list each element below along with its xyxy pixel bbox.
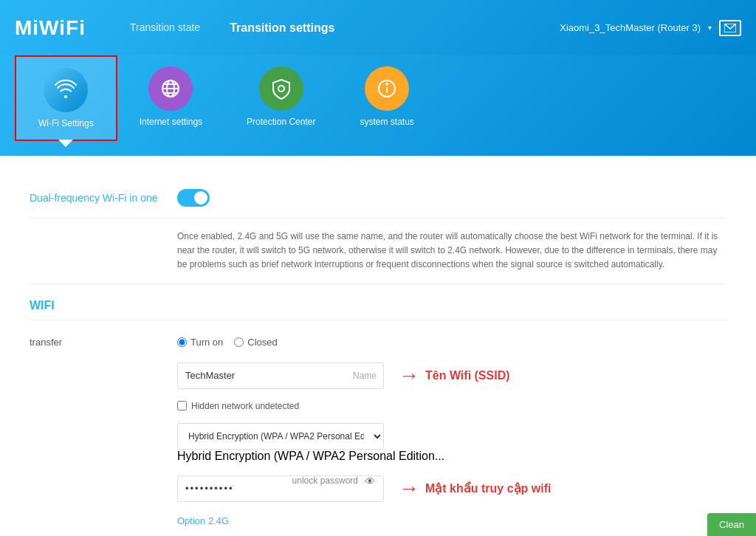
hidden-network-label: Hidden network undetected <box>191 401 299 411</box>
chevron-down-icon[interactable]: ▾ <box>708 24 712 32</box>
radio-on-label: Turn on <box>190 337 223 348</box>
info-circle-icon <box>365 66 409 111</box>
nav-protection-label: Protection Center <box>247 117 315 127</box>
radio-closed-label: Closed <box>247 337 277 348</box>
password-annotation-text: Mật khẩu truy cập wifi <box>425 481 551 495</box>
header-right: Xiaomi_3_TechMaster (Router 3) ▾ <box>560 20 741 36</box>
ssid-annotation: → Tên Wifi (SSID) <box>399 364 510 388</box>
wifi-section-title: WIFI <box>30 284 726 320</box>
dual-freq-label: Dual-frequency Wi-Fi in one <box>30 192 177 204</box>
encryption-option: Hybrid Encryption (WPA / WPA2 Personal E… <box>177 450 726 464</box>
password-input-wrapper: unlock password 👁 <box>177 475 384 502</box>
logo: MiWiFi <box>15 16 86 40</box>
ssid-input-group: Name <box>177 363 384 389</box>
main-content: Dual-frequency Wi-Fi in one Once enabled… <box>0 156 756 536</box>
nav-icon-wifi[interactable]: Wi-Fi Settings <box>15 55 117 141</box>
nav-icon-system[interactable]: system status <box>337 55 436 141</box>
nav-icon-internet[interactable]: Internet settings <box>117 55 224 141</box>
nav-icon-protection[interactable]: Protection Center <box>224 55 337 141</box>
hidden-network-checkbox[interactable] <box>177 401 187 410</box>
shield-circle-icon <box>259 66 303 111</box>
password-annotation: → Mật khẩu truy cập wifi <box>399 477 551 501</box>
dual-freq-row: Dual-frequency Wi-Fi in one <box>30 178 726 219</box>
globe-circle-icon <box>148 66 193 111</box>
encryption-row: Hybrid Encryption (WPA / WPA2 Personal E… <box>30 417 726 470</box>
ssid-row: Name → Tên Wifi (SSID) <box>30 357 726 395</box>
nav-wifi-label: Wi-Fi Settings <box>38 118 94 128</box>
ssid-input[interactable] <box>177 363 384 389</box>
encryption-select[interactable]: Hybrid Encryption (WPA / WPA2 Personal E… <box>177 423 384 450</box>
arrow-right-icon: → <box>399 364 419 388</box>
dual-freq-toggle[interactable] <box>177 189 210 207</box>
radio-turn-on[interactable]: Turn on <box>177 337 223 348</box>
nav-icons-bar: Wi-Fi Settings Internet settings Protect… <box>0 55 756 156</box>
router-name[interactable]: Xiaomi_3_TechMaster (Router 3) <box>560 22 701 33</box>
header-nav: Transition state Transition settings <box>130 21 560 35</box>
arrow-right-password-icon: → <box>399 477 419 501</box>
nav-transition-settings[interactable]: Transition settings <box>230 21 334 35</box>
transfer-label: transfer <box>30 337 177 348</box>
ssid-annotation-text: Tên Wifi (SSID) <box>425 369 510 382</box>
radio-on-input[interactable] <box>177 337 187 347</box>
dual-freq-toggle-container <box>177 189 210 207</box>
nav-transition-state[interactable]: Transition state <box>130 21 200 35</box>
transfer-radio-group: Turn on Closed <box>177 337 278 348</box>
dual-freq-description: Once enabled, 2.4G and 5G will use the s… <box>30 219 726 284</box>
option-2-4g-link[interactable]: Option 2.4G <box>30 508 726 534</box>
transfer-row: transfer Turn on Closed <box>30 328 726 357</box>
svg-point-9 <box>386 83 388 85</box>
header: MiWiFi Transition state Transition setti… <box>0 0 756 55</box>
clean-button[interactable]: Clean <box>707 513 756 536</box>
mail-icon[interactable] <box>719 20 741 36</box>
svg-point-6 <box>278 86 284 92</box>
nav-system-label: system status <box>360 117 413 127</box>
hidden-network-row: Hidden network undetected <box>30 395 726 417</box>
radio-closed-input[interactable] <box>234 337 244 347</box>
radio-closed[interactable]: Closed <box>234 337 277 348</box>
eye-icon[interactable]: 👁 <box>365 475 375 487</box>
wifi-circle-icon <box>44 68 88 112</box>
password-input[interactable] <box>177 475 384 502</box>
password-row: unlock password 👁 → Mật khẩu truy cập wi… <box>30 470 726 508</box>
nav-internet-label: Internet settings <box>140 117 202 127</box>
